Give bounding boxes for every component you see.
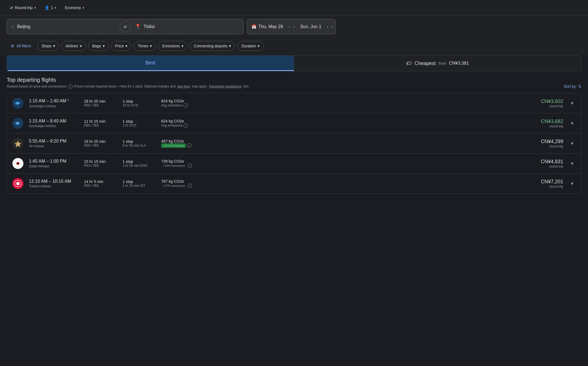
sort-by-label: Sort by: [564, 84, 577, 89]
airline-logo [12, 138, 23, 149]
info-suffix: info. [243, 84, 249, 88]
airlines-chevron-icon: ▾ [80, 44, 82, 48]
destination-field[interactable]: 📍 Tbilisi [130, 19, 243, 34]
flight-emissions: 624 kg CO2e Avg emissions i [161, 119, 205, 128]
depart-next-button[interactable]: › [292, 23, 296, 30]
origin-field[interactable]: ○ Beijing [7, 19, 120, 34]
flight-duration: 19 hr 25 min PEK–TBS [84, 139, 117, 148]
swap-button[interactable]: ⇄ [120, 21, 131, 32]
depart-prev-button[interactable]: ‹ [287, 23, 291, 30]
airline-logo [12, 98, 23, 109]
expand-flight-button[interactable]: ▾ [569, 98, 576, 108]
price-type: round trip [525, 104, 563, 108]
bags-filter-button[interactable]: Bags ▾ [88, 41, 109, 51]
duration-value: 14 hr 5 min [84, 179, 117, 184]
flight-row[interactable]: 12:10 AM – 10:15 AM Turkish Airlines 14 … [7, 174, 581, 193]
svg-point-2 [16, 182, 20, 185]
filters-bar: ⚙ All filters Stops ▾ Airlines ▾ Bags ▾ … [0, 39, 588, 55]
duration-filter-button[interactable]: Duration ▾ [237, 41, 264, 51]
stops-value: 1 stop [123, 159, 156, 164]
emissions-info-icon[interactable]: i [184, 103, 188, 108]
prices-info-text: Prices include required taxes + fees for… [74, 84, 176, 88]
duration-value: 28 hr 25 min [84, 99, 117, 103]
flight-airline: Qatar Airways [29, 164, 79, 168]
expand-flight-button[interactable]: ▾ [569, 158, 576, 169]
flight-emissions: 624 kg CO2e Avg emissions i [161, 99, 205, 108]
emissions-label: +27% emissions [161, 184, 187, 188]
top-bar: ⇄ Round trip ▾ 👤 1 ▾ Economy ▾ [0, 0, 588, 16]
flight-times: 1:15 AM – 1:40 AM+1 Azerbaijan Airlines [29, 98, 79, 108]
expand-flight-button[interactable]: ▾ [569, 178, 576, 189]
ranked-info-icon[interactable]: i [68, 84, 73, 89]
flight-emissions: 739 kg CO2e +19% emissions i [161, 159, 205, 168]
airline-logo [12, 178, 23, 189]
duration-value: 11 hr 25 min [84, 119, 117, 124]
person-icon: 👤 [45, 6, 49, 10]
section-header: Top departing flights Ranked based on pr… [0, 71, 588, 91]
price-filter-button[interactable]: Price ▾ [111, 41, 132, 51]
times-label: Times [138, 44, 148, 48]
co2-value: 739 kg CO2e [161, 159, 205, 163]
flight-row[interactable]: 5:55 AM – 9:20 PM Air Astana 19 hr 25 mi… [7, 133, 581, 154]
depart-date-value: Thu, May 29 [258, 24, 283, 29]
cheapest-price: CN¥3,381 [449, 61, 469, 66]
price-type: round trip [525, 165, 563, 168]
flight-airline: Azerbaijan Airlines [29, 104, 79, 108]
destination-icon: 📍 [135, 24, 141, 30]
sort-icon[interactable]: ⇅ [578, 84, 581, 89]
cabin-button[interactable]: Economy ▾ [61, 3, 87, 12]
emissions-label: Emissions [162, 44, 180, 48]
flight-airline: Air Astana [29, 144, 79, 148]
co2-value: 624 kg CO2e [161, 119, 205, 123]
trip-type-button[interactable]: ⇄ Round trip ▾ [7, 3, 39, 12]
airlines-filter-button[interactable]: Airlines ▾ [61, 41, 86, 51]
passengers-button[interactable]: 👤 1 ▾ [41, 3, 60, 12]
price-chevron-icon: ▾ [125, 44, 127, 48]
trip-type-label: Round trip [15, 6, 33, 10]
all-filters-label: All filters [17, 44, 31, 48]
emissions-info-icon[interactable]: i [187, 143, 191, 148]
flight-row[interactable]: 1:45 AM – 1:00 PM Qatar Airways 15 hr 15… [7, 154, 581, 174]
expand-flight-button[interactable]: ▾ [569, 118, 576, 129]
expand-flight-button[interactable]: ▾ [569, 138, 576, 149]
times-filter-button[interactable]: Times ▾ [134, 41, 156, 51]
price-value: CN¥7,201 [525, 179, 563, 185]
flight-duration: 14 hr 5 min PEK–TBS [84, 179, 117, 188]
tab-cheapest[interactable]: 🏷 Cheapest from CN¥3,381 [294, 56, 581, 71]
trip-type-chevron-icon: ▾ [34, 6, 36, 9]
swap-icon: ⇄ [124, 25, 127, 29]
passenger-assistance-link[interactable]: Passenger assistance [209, 84, 241, 88]
emissions-filter-button[interactable]: Emissions ▾ [158, 41, 188, 51]
emissions-info-icon[interactable]: i [188, 163, 192, 168]
emissions-info-icon[interactable]: i [184, 123, 188, 128]
return-prev-button[interactable]: ‹ [326, 23, 329, 30]
flight-price: CN¥4,831 round trip [525, 159, 563, 168]
connecting-airports-filter-button[interactable]: Connecting airports ▾ [190, 41, 235, 51]
duration-value: 15 hr 15 min [84, 159, 117, 164]
flight-time-range: 1:15 AM – 1:40 AM+1 [29, 98, 79, 103]
depart-date-field[interactable]: 📅 Thu, May 29 [248, 19, 286, 34]
stop-detail: 19 hr GYD [123, 103, 156, 107]
tab-best[interactable]: Best [7, 56, 294, 71]
stops-value: 1 stop [123, 99, 156, 103]
flight-route: PEK–TBS [84, 144, 117, 148]
flight-row[interactable]: 1:15 AM – 1:40 AM+1 Azerbaijan Airlines … [7, 93, 581, 113]
return-date-field[interactable]: Sun, Jun 1 [297, 19, 325, 34]
emissions-info-icon[interactable]: i [188, 184, 192, 188]
all-filters-button[interactable]: ⚙ All filters [7, 41, 35, 51]
emissions-badge: -21% emissions [161, 143, 186, 148]
passengers-count: 1 [51, 6, 53, 10]
stop-detail: 2 hr GYD [123, 124, 156, 127]
connecting-airports-label: Connecting airports [194, 44, 227, 48]
destination-value: Tbilisi [144, 24, 155, 29]
stops-filter-button[interactable]: Stops ▾ [37, 41, 59, 51]
flight-emissions: 487 kg CO2e -21% emissions i [161, 139, 205, 148]
cabin-label: Economy [65, 6, 81, 10]
flight-route: PEK–TBS [84, 124, 117, 127]
emissions-chevron-icon: ▾ [182, 44, 184, 48]
bag-fees-link[interactable]: bag fees [177, 84, 190, 88]
return-next-button[interactable]: › [330, 23, 334, 30]
emissions-detail: +19% emissions i [161, 163, 205, 168]
price-type: round trip [525, 124, 563, 128]
flight-row[interactable]: 1:15 AM – 8:40 AM Azerbaijan Airlines 11… [7, 113, 581, 133]
